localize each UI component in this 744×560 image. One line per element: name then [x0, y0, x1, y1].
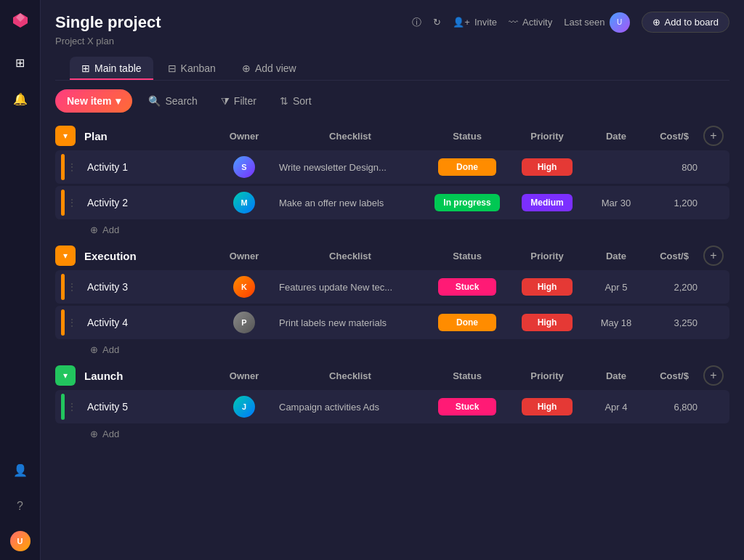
group-header-0: ▾PlanOwnerChecklistStatusPriorityDateCos…: [55, 121, 729, 150]
row-priority-cell[interactable]: High: [507, 398, 587, 415]
row-date: Mar 30: [587, 198, 645, 208]
row-checklist: Write newsletter Design...: [273, 162, 427, 173]
header-top: Single project ⓘ ↻ 👤+ Invite 〰 Activity: [55, 12, 729, 33]
row-priority-cell[interactable]: Medium: [507, 194, 587, 211]
toolbar: New item ▾ 🔍 Search ⧩ Filter ⇅ Sort: [41, 81, 744, 121]
status-badge: Done: [438, 314, 496, 331]
col-header-status: Status: [427, 131, 507, 142]
row-cost: 800: [645, 162, 703, 173]
row-status-cell[interactable]: Stuck: [427, 278, 507, 296]
status-badge: Stuck: [438, 278, 496, 296]
row-priority-cell[interactable]: High: [507, 278, 587, 296]
row-status-cell[interactable]: Stuck: [427, 398, 507, 415]
bell-icon[interactable]: 🔔: [9, 87, 32, 110]
row-date: Apr 5: [587, 282, 645, 293]
group-1: ▾ExecutionOwnerChecklistStatusPriorityDa…: [55, 241, 729, 358]
row-owner[interactable]: P: [215, 312, 273, 333]
group-header-2: ▾LaunchOwnerChecklistStatusPriorityDateC…: [55, 361, 729, 390]
col-header-checklist: Checklist: [273, 131, 427, 142]
row-owner[interactable]: M: [215, 192, 273, 214]
row-color-bar: [61, 309, 65, 336]
row-name: Activity 1: [84, 161, 215, 173]
grid-icon[interactable]: ⊞: [9, 51, 32, 74]
row-cost: 1,200: [645, 198, 703, 208]
add-row-button[interactable]: ⊕ Add: [84, 222, 125, 238]
invite-button[interactable]: 👤+ Invite: [453, 17, 497, 28]
filter-icon: ⧩: [221, 95, 230, 107]
col-header-priority: Priority: [507, 131, 587, 142]
table-row[interactable]: ⋮Activity 1SWrite newsletter Design...Do…: [55, 150, 729, 184]
row-owner[interactable]: S: [215, 156, 273, 178]
owner-avatar: K: [233, 276, 255, 298]
tab-add-view[interactable]: ⊕ Add view: [230, 57, 308, 80]
priority-badge: High: [522, 158, 573, 176]
filter-button[interactable]: ⧩ Filter: [214, 91, 264, 112]
add-row-icon: ⊕: [90, 224, 98, 235]
group-name-0: Plan: [84, 130, 215, 142]
group-toggle-0[interactable]: ▾: [55, 126, 76, 146]
table-row[interactable]: ⋮Activity 3KFeatures update New tec...St…: [55, 270, 729, 304]
activity-button[interactable]: 〰 Activity: [509, 17, 552, 28]
row-priority-cell[interactable]: High: [507, 314, 587, 331]
table-row[interactable]: ⋮Activity 5JCampaign activities AdsStuck…: [55, 390, 729, 423]
project-title: Single project: [55, 13, 161, 32]
row-status-cell[interactable]: Done: [427, 158, 507, 176]
group-toggle-1[interactable]: ▾: [55, 245, 76, 266]
add-to-board-button[interactable]: ⊕ Add to board: [642, 12, 729, 33]
sidebar: ⊞ 🔔 👤 ? U: [0, 0, 41, 560]
tab-kanban[interactable]: ⊟ Kanban: [156, 57, 227, 80]
row-name: Activity 2: [84, 197, 215, 208]
row-name: Activity 5: [84, 401, 215, 413]
row-color-bar: [61, 154, 65, 180]
tabs-bar: ⊞ Main table ⊟ Kanban ⊕ Add view: [55, 57, 729, 81]
status-badge: In progress: [434, 194, 499, 211]
row-status-cell[interactable]: In progress: [427, 194, 507, 211]
row-name: Activity 4: [84, 317, 215, 328]
user-avatar[interactable]: U: [10, 531, 31, 551]
priority-badge: High: [522, 398, 573, 415]
row-owner[interactable]: J: [215, 396, 273, 418]
logo-icon[interactable]: [9, 9, 32, 32]
drag-handle-icon[interactable]: ⋮: [68, 402, 76, 412]
row-owner[interactable]: K: [215, 276, 273, 298]
row-priority-cell[interactable]: High: [507, 158, 587, 176]
row-cost: 2,200: [645, 282, 703, 293]
drag-handle-icon[interactable]: ⋮: [68, 282, 76, 292]
col-header-checklist: Checklist: [273, 251, 427, 261]
tab-main-table[interactable]: ⊞ Main table: [70, 57, 153, 80]
new-item-button[interactable]: New item ▾: [55, 89, 132, 113]
person-icon[interactable]: 👤: [9, 458, 32, 482]
row-status-cell[interactable]: Done: [427, 314, 507, 331]
table-row[interactable]: ⋮Activity 4PPrint labels new materialsDo…: [55, 306, 729, 339]
add-column-button[interactable]: +: [703, 245, 724, 266]
row-color-indicator: ⋮: [55, 154, 84, 180]
drag-handle-icon[interactable]: ⋮: [68, 317, 76, 328]
question-icon[interactable]: ?: [9, 495, 32, 518]
search-button[interactable]: 🔍 Search: [141, 91, 204, 111]
priority-badge: High: [522, 314, 573, 331]
col-header-priority: Priority: [507, 370, 587, 381]
row-checklist: Campaign activities Ads: [273, 402, 427, 413]
table-row[interactable]: ⋮Activity 2MMake an offer new labelsIn p…: [55, 186, 729, 219]
add-row-icon: ⊕: [90, 429, 98, 439]
group-toggle-2[interactable]: ▾: [55, 365, 76, 386]
owner-avatar: M: [233, 192, 255, 214]
refresh-icon: ↻: [433, 17, 441, 28]
add-row-button[interactable]: ⊕ Add: [84, 426, 125, 442]
invite-icon: 👤+: [453, 17, 470, 28]
group-name-2: Launch: [84, 370, 215, 382]
add-column-button[interactable]: +: [703, 126, 724, 146]
add-column-button[interactable]: +: [703, 365, 724, 386]
project-subtitle: Project X plan: [55, 36, 729, 46]
drag-handle-icon[interactable]: ⋮: [68, 162, 76, 172]
sort-button[interactable]: ⇅ Sort: [272, 91, 319, 111]
row-cost: 3,250: [645, 317, 703, 328]
status-badge: Stuck: [438, 398, 496, 415]
row-color-bar: [61, 274, 65, 300]
drag-handle-icon[interactable]: ⋮: [68, 198, 76, 208]
project-title-group: Single project: [55, 13, 161, 32]
refresh-button[interactable]: ↻: [433, 17, 441, 28]
info-button[interactable]: ⓘ: [412, 16, 421, 29]
add-row-button[interactable]: ⊕ Add: [84, 341, 125, 358]
col-header-status: Status: [427, 370, 507, 381]
